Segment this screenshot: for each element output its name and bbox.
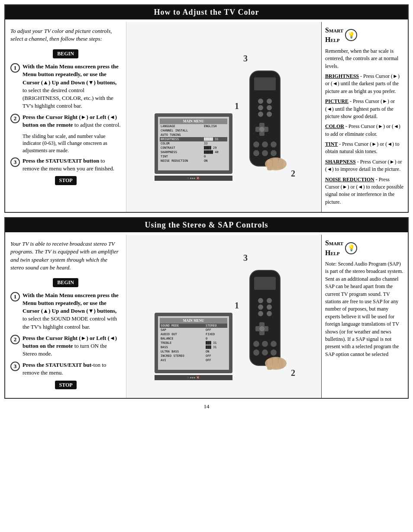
svg-rect-18 bbox=[267, 160, 272, 170]
svg-point-28 bbox=[267, 311, 272, 316]
section1-left-panel: To adjust your TV color and picture cont… bbox=[5, 22, 126, 212]
step2-text: Press the Cursor Right (►) or Left (◄) b… bbox=[23, 113, 121, 129]
menu-title-2: MAIN MENU bbox=[160, 318, 227, 324]
help-sharpness: SHARPNESS - Press Cursor (►) or (◄) to i… bbox=[325, 158, 404, 173]
remote-svg-2 bbox=[237, 253, 293, 378]
section1-note: The sliding bar scale, and number value … bbox=[23, 133, 121, 154]
svg-point-13 bbox=[271, 141, 277, 147]
svg-rect-40 bbox=[273, 358, 278, 369]
label-1-badge: 1 bbox=[235, 101, 239, 111]
label-1-badge-2: 1 bbox=[235, 301, 239, 311]
svg-point-24 bbox=[267, 298, 272, 303]
table-row: SOUND MODESTEREO bbox=[160, 324, 227, 328]
smart-help-title-2: Smart bbox=[325, 238, 343, 248]
svg-point-6 bbox=[258, 112, 263, 117]
section2-left-panel: Your TV is able to receive broadcast ste… bbox=[5, 235, 126, 398]
smart-help-subtitle-1: Help bbox=[325, 35, 343, 45]
svg-point-25 bbox=[258, 304, 263, 310]
table-row: TREBLE▓▓▓ 31 bbox=[160, 341, 227, 345]
step3-num-2: 3 bbox=[10, 362, 20, 371]
help-noise: NOISE REDUCTION - Press Cursor (►) or (◄… bbox=[325, 176, 404, 206]
svg-point-33 bbox=[262, 341, 268, 347]
table-row: SHARPNESS▓▓▓▓▓ 40 bbox=[160, 150, 227, 154]
smart-help-body-1: Remember, when the bar scale is centered… bbox=[325, 48, 404, 206]
svg-rect-19 bbox=[273, 158, 278, 169]
section2-middle: MAIN MENU SOUND MODESTEREO SAPOFF AUDIO … bbox=[126, 235, 321, 398]
svg-rect-39 bbox=[267, 359, 272, 370]
section2-image-section: MAIN MENU SOUND MODESTEREO SAPOFF AUDIO … bbox=[155, 253, 293, 380]
tv-screen-1: MAIN MENU LANGUAGEENGLISH CHANNEL INSTAL… bbox=[155, 113, 232, 174]
smart-help-header-1: Smart Help 💡 bbox=[325, 26, 404, 45]
section2-right-panel: Smart Help 💡 Note: Second Audio Program … bbox=[321, 235, 408, 398]
table-row: ULTRA BASSON bbox=[160, 349, 227, 354]
svg-point-11 bbox=[253, 141, 259, 147]
svg-point-14 bbox=[253, 150, 259, 156]
svg-point-34 bbox=[271, 341, 277, 347]
table-row: TINT0 bbox=[160, 154, 227, 159]
table-row: BRIGHTNESS▓▓▓▓▓ 31 bbox=[160, 137, 227, 141]
step1-num: 1 bbox=[10, 63, 20, 73]
smart-help-sap: Note: Second Audio Program (SAP) is part… bbox=[325, 260, 404, 358]
svg-rect-20 bbox=[278, 160, 284, 169]
step1-text: With the Main Menu onscreen press the Me… bbox=[23, 63, 121, 110]
svg-rect-41 bbox=[278, 359, 284, 369]
svg-point-5 bbox=[267, 105, 272, 110]
section1-title: How to Adjust the TV Color bbox=[154, 8, 259, 16]
step1-num-2: 1 bbox=[10, 292, 20, 301]
svg-point-4 bbox=[258, 105, 263, 110]
svg-point-10 bbox=[259, 127, 265, 132]
help-tint: TINT - Press Cursor (►) or (◄) to obtain… bbox=[325, 141, 404, 156]
lightbulb-icon-2: 💡 bbox=[345, 242, 357, 254]
step2-num-2: 2 bbox=[10, 335, 20, 344]
svg-point-2 bbox=[258, 99, 263, 104]
section1-content: To adjust your TV color and picture cont… bbox=[5, 22, 408, 212]
section1-step3: 3 Press the STATUS/EXIT button to remove… bbox=[10, 157, 121, 173]
section1-intro: To adjust your TV color and picture cont… bbox=[10, 27, 121, 43]
section2-step2: 2 Press the Cursor Right (►) or Left (◄)… bbox=[10, 334, 121, 358]
table-row: AVIOFF bbox=[160, 358, 227, 362]
label-3-badge-2: 3 bbox=[243, 253, 248, 263]
table-row: CONTRAST▓▓▓▓ 29 bbox=[160, 146, 227, 150]
section1-image-section: MAIN MENU LANGUAGEENGLISH CHANNEL INSTAL… bbox=[155, 54, 293, 181]
step3-text: Press the STATUS/EXIT button to remove t… bbox=[23, 157, 121, 173]
section1-header: How to Adjust the TV Color bbox=[5, 5, 408, 19]
remote-svg-1 bbox=[237, 54, 293, 179]
svg-point-16 bbox=[271, 150, 277, 156]
table-row: BALANCE0 bbox=[160, 337, 227, 341]
step3-num: 3 bbox=[10, 157, 20, 167]
svg-point-37 bbox=[271, 349, 277, 356]
section2-content: Your TV is able to receive broadcast ste… bbox=[5, 235, 408, 398]
tv-base-1: ○ ●●● 🔇 bbox=[155, 176, 232, 181]
step3-text-2: Press the STATUS/EXIT but-ton to remove … bbox=[23, 361, 121, 377]
stop-badge-1: STOP bbox=[55, 176, 77, 185]
svg-point-15 bbox=[262, 150, 268, 156]
table-row: AUTO TUNING bbox=[160, 133, 227, 137]
smart-help-subtitle-2: Help bbox=[325, 248, 343, 258]
section1-step1: 1 With the Main Menu onscreen press the … bbox=[10, 63, 121, 110]
svg-point-32 bbox=[253, 341, 259, 347]
section1-right-panel: Smart Help 💡 Remember, when the bar scal… bbox=[321, 22, 408, 212]
svg-rect-22 bbox=[254, 277, 276, 290]
help-brightness: BRIGHTNESS - Press Cursor (►) or (◄) unt… bbox=[325, 73, 404, 95]
table-row: INCRED STEREOOFF bbox=[160, 354, 227, 358]
section2-step1: 1 With the Main Menu onscreen press the … bbox=[10, 292, 121, 331]
menu-title-1: MAIN MENU bbox=[160, 119, 227, 124]
smart-help-header-2: Smart Help 💡 bbox=[325, 238, 404, 258]
step1-text-2: With the Main Menu onscreen press the Me… bbox=[23, 292, 121, 331]
table-row: COLOR33 bbox=[160, 141, 227, 146]
svg-point-26 bbox=[267, 304, 272, 310]
tv-base-2: ○ ●●● 🔇 bbox=[155, 375, 232, 380]
section2-step3: 3 Press the STATUS/EXIT but-ton to remov… bbox=[10, 361, 121, 377]
section1-middle: MAIN MENU LANGUAGEENGLISH CHANNEL INSTAL… bbox=[126, 22, 321, 212]
help-picture: PICTURE - Press Cursor (►) or (◄) until … bbox=[325, 98, 404, 120]
svg-point-27 bbox=[258, 311, 263, 316]
remote-section-1: 3 bbox=[237, 54, 293, 181]
section2-intro: Your TV is able to receive broadcast ste… bbox=[10, 240, 121, 272]
table-row: CHANNEL INSTALL bbox=[160, 128, 227, 133]
step2-text-2: Press the Cursor Right (►) or Left (◄) b… bbox=[23, 334, 121, 358]
stop-badge-2: STOP bbox=[55, 381, 77, 390]
begin-badge-1: BEGIN bbox=[53, 49, 78, 58]
page: How to Adjust the TV Color To adjust you… bbox=[0, 0, 413, 417]
section1-step2: 2 Press the Cursor Right (►) or Left (◄)… bbox=[10, 113, 121, 129]
svg-point-23 bbox=[258, 298, 263, 303]
